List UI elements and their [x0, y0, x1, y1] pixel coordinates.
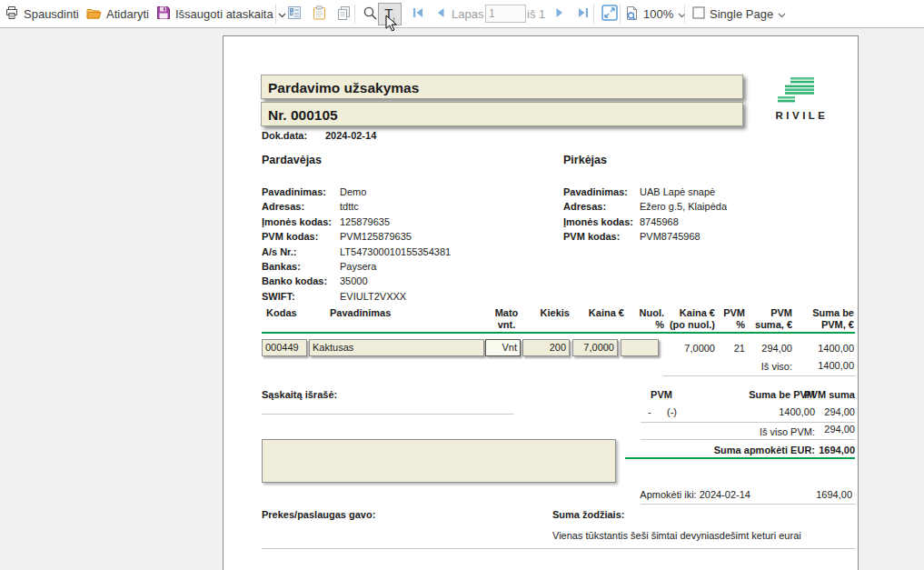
preview-workspace: Pardavimo užsakymas Nr. 000105 RIVILE Do… — [0, 28, 924, 570]
item-kaina-field[interactable]: 7,0000 — [572, 339, 618, 356]
search-icon — [363, 5, 378, 24]
page-of-label: iš 1 — [527, 7, 545, 21]
next-page-icon — [553, 6, 566, 22]
col-header-kiekis: Kiekis — [527, 307, 570, 319]
toolbar-separator — [275, 5, 276, 24]
apmoketi-iki-text: Apmokėti iki: 2024-02-14 — [614, 489, 750, 500]
open-button[interactable]: Atidaryti — [86, 0, 149, 28]
previous-page-icon — [434, 6, 447, 22]
suma-apmoketi-label: Suma apmokėti EUR: — [697, 445, 815, 455]
buyer-details: Pavadinimas:UAB Lapė snapė Adresas:Ežero… — [563, 185, 727, 245]
seller-heading: Pardavėjas — [262, 154, 322, 166]
report-page: Pardavimo užsakymas Nr. 000105 RIVILE Do… — [223, 35, 859, 570]
toolbar-separator — [354, 5, 355, 24]
fullscreen-button[interactable] — [598, 3, 621, 25]
clipboard-icon — [313, 5, 326, 23]
divider — [663, 375, 855, 376]
saskaita-israse-label: Sąskaitą išrašė: — [262, 389, 337, 400]
save-button-label: Išsaugoti ataskaita — [175, 7, 273, 21]
signature-line — [262, 414, 513, 415]
col-header-kaina: Kaina € — [572, 307, 624, 319]
seller-row: SWIFT:EVIULT2VXXX — [262, 289, 451, 304]
page-label: Lapas — [452, 7, 483, 21]
seller-row: Pavadinimas:Demo — [262, 185, 451, 199]
seller-details: Pavadinimas:Demo Adresas:tdttc Įmonės ko… — [262, 185, 451, 304]
apmoketi-iki-value: 1694,00 — [798, 489, 852, 500]
mouse-cursor — [385, 15, 398, 37]
item-kodas-field[interactable]: 000449 — [262, 339, 307, 356]
col-header-pvm-proc: PVM% — [720, 307, 745, 331]
print-button[interactable]: Spausdinti — [5, 0, 79, 28]
first-page-button[interactable] — [406, 3, 430, 25]
buyer-row: PVM kodas:PVM8745968 — [563, 229, 727, 244]
is-viso-pvm-value: 294,00 — [800, 424, 855, 435]
view-mode-control[interactable]: Single Page — [692, 0, 786, 28]
zoom-control[interactable]: 100% — [625, 0, 686, 28]
item-pvm-suma: 294,00 — [748, 343, 792, 354]
page-number-input[interactable] — [485, 5, 526, 23]
col-header-nuol: Nuol.% — [627, 307, 664, 331]
divider — [641, 439, 855, 440]
print-button-label: Spausdinti — [24, 7, 79, 21]
document-title: Pardavimo užsakymas — [261, 75, 743, 99]
previous-page-button[interactable] — [429, 3, 452, 25]
notes-field[interactable] — [262, 439, 616, 483]
is-viso-value: 1400,00 — [800, 360, 854, 371]
expand-arrows-icon — [601, 5, 618, 24]
dok-data-value: 2024-02-14 — [325, 130, 376, 141]
clipboard-button[interactable] — [307, 3, 331, 25]
suma-zodziais-label: Suma žodžiais: — [552, 509, 624, 520]
first-page-icon — [412, 6, 424, 22]
pvm-suma-header: PVM suma — [800, 389, 855, 400]
save-icon — [156, 5, 171, 23]
item-mato-vnt-field[interactable]: Vnt — [485, 339, 521, 356]
col-header-suma-be-pvm: Suma bePVM, € — [800, 307, 854, 331]
save-report-button[interactable]: Išsaugoti ataskaita — [156, 0, 286, 28]
suma-apmoketi-value: 1694,00 — [800, 445, 855, 455]
item-pavadinimas-field[interactable]: Kaktusas — [309, 339, 484, 356]
copy-pages-icon — [337, 5, 351, 23]
is-viso-label: Iš viso: — [732, 361, 792, 372]
total-green-rule — [625, 457, 855, 459]
toolbar-separator — [684, 5, 685, 24]
copy-button[interactable] — [332, 3, 355, 25]
rivile-logo-text: RIVILE — [775, 110, 829, 121]
page-magnifier-icon — [625, 5, 639, 24]
buyer-row: Pavadinimas:UAB Lapė snapė — [563, 185, 727, 199]
toolbar-separator — [593, 5, 594, 24]
open-button-label: Atidaryti — [106, 7, 149, 21]
item-pvm-proc: 21 — [720, 343, 745, 354]
dok-data-label: Dok.data: — [262, 130, 307, 141]
divider — [641, 504, 855, 505]
tree-view-icon — [287, 5, 302, 23]
item-kaina-po-nuol: 7,0000 — [663, 343, 715, 354]
toolbar-separator — [620, 5, 621, 24]
report-toolbar: Spausdinti Atidaryti Išsaugoti ataskaita — [0, 0, 924, 28]
view-mode-label: Single Page — [710, 7, 773, 21]
document-map-button[interactable] — [283, 3, 306, 25]
seller-row: Bankas:Paysera — [262, 259, 451, 274]
folder-open-icon — [86, 6, 102, 23]
buyer-row: Įmonės kodas:8745968 — [563, 215, 727, 229]
item-kiekis-field[interactable]: 200 — [522, 339, 570, 356]
item-suma-be-pvm: 1400,00 — [800, 343, 854, 354]
seller-row: Banko kodas:35000 — [262, 274, 451, 288]
last-page-icon — [577, 6, 590, 22]
document-number: Nr. 000105 — [261, 102, 743, 126]
item-nuol-field[interactable] — [621, 339, 659, 356]
single-page-icon — [692, 6, 705, 22]
seller-row: A/s Nr.:LT547300010155354381 — [262, 245, 451, 259]
prekes-gavo-label: Prekes/paslaugas gavo: — [262, 509, 375, 520]
next-page-button[interactable] — [548, 3, 571, 25]
col-header-kaina-po-nuol: Kaina €(po nuol.) — [663, 307, 715, 331]
rivile-logo-icon — [778, 93, 823, 108]
col-header-pvm-suma: PVMsuma, € — [748, 307, 792, 331]
col-header-pavadinimas: Pavadinimas — [330, 307, 466, 319]
last-page-button[interactable] — [571, 3, 595, 25]
seller-row: PVM kodas:PVM125879635 — [262, 229, 451, 244]
seller-row: Įmonės kodas:125879635 — [262, 215, 451, 229]
pvm-rate-dash: - — [645, 406, 654, 417]
chevron-down-icon — [778, 7, 786, 21]
buyer-row: Adresas:Ežero g.5, Klaipėda — [563, 199, 727, 214]
footer-line — [262, 548, 855, 549]
